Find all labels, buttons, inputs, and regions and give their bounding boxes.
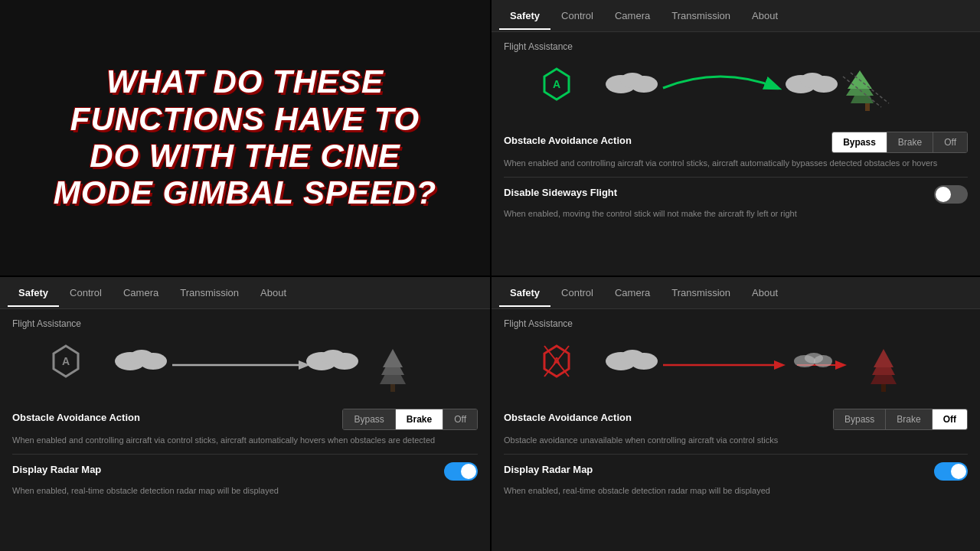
sideways-desc-tr: When enabled, moving the control stick w… [504,208,968,220]
btn-group-br: Bypass Brake Off [833,409,968,430]
btn-group-tr: Bypass Brake Off [831,132,968,153]
tab-transmission-br[interactable]: Transmission [661,279,741,306]
svg-rect-11 [865,103,870,111]
section-label-br: Flight Assistance [504,318,968,329]
radar-row-br: Display Radar Map [504,462,968,481]
divider-tr [504,177,968,178]
radar-toggle-br[interactable] [934,462,968,481]
btn-off-tr[interactable]: Off [933,132,967,152]
tab-bar-bl: Safety Control Camera Transmission About [0,277,490,309]
svg-text:A: A [62,355,70,367]
diagram-svg-tr: A [514,61,958,119]
bottom-left-panel: Safety Control Camera Transmission About… [0,276,490,551]
tab-about-br[interactable]: About [741,279,789,306]
oaa-title-bl: Obstacle Avoidance Action [12,412,140,423]
section-label-tr: Flight Assistance [504,41,968,52]
tab-about-bl[interactable]: About [250,279,297,306]
svg-point-7 [810,76,838,93]
tab-bar-tr: Safety Control Camera Transmission About [492,0,980,32]
title-quadrant: What do these functions have to do with … [0,0,490,276]
oaa-desc-bl: When enabled and controlling aircraft vi… [12,435,478,446]
tab-control-bl[interactable]: Control [59,279,113,306]
top-right-panel: Safety Control Camera Transmission About… [490,0,980,276]
btn-group-bl: Bypass Brake Off [342,409,478,430]
diagram-svg-br: A [514,338,958,396]
oaa-row-bl: Obstacle Avoidance Action Bypass Brake O… [12,409,478,430]
btn-bypass-bl[interactable]: Bypass [343,409,395,429]
flight-diagram-br: A [504,337,968,398]
btn-brake-br[interactable]: Brake [886,409,932,429]
divider-bl [12,454,478,455]
panel-content-tr: Flight Assistance A [492,32,980,276]
radar-title-bl: Display Radar Map [12,464,101,475]
svg-point-18 [139,353,167,370]
btn-brake-bl[interactable]: Brake [396,409,443,429]
btn-bypass-br[interactable]: Bypass [834,409,886,429]
radar-desc-bl: When enabled, real-time obstacle detecti… [12,485,478,497]
svg-point-34 [630,353,658,370]
oaa-row-tr: Obstacle Avoidance Action Bypass Brake O… [504,132,968,153]
tab-bar-br: Safety Control Camera Transmission About [492,277,980,309]
svg-point-23 [331,353,358,370]
svg-point-45 [814,355,832,367]
tab-camera-tr[interactable]: Camera [604,2,661,29]
tab-transmission-tr[interactable]: Transmission [661,2,741,29]
tab-control-tr[interactable]: Control [550,2,604,29]
btn-off-br[interactable]: Off [933,409,967,429]
tab-safety-tr[interactable]: Safety [499,2,550,29]
btn-off-bl[interactable]: Off [443,409,477,429]
svg-marker-36 [774,360,786,370]
svg-text:A: A [553,355,560,367]
oaa-title-tr: Obstacle Avoidance Action [504,135,632,146]
tab-camera-bl[interactable]: Camera [113,279,169,306]
main-title: What do these functions have to do with … [54,64,436,211]
radar-title-br: Display Radar Map [504,464,593,475]
radar-row-bl: Display Radar Map [12,462,478,481]
tab-camera-br[interactable]: Camera [604,279,661,306]
svg-marker-38 [835,360,847,370]
svg-text:A: A [553,78,560,90]
radar-toggle-bl[interactable] [444,462,478,481]
oaa-desc-br: Obstacle avoidance unavailable when cont… [504,435,968,446]
btn-brake-tr[interactable]: Brake [887,132,933,152]
tab-safety-bl[interactable]: Safety [8,279,59,306]
sideways-toggle-tr[interactable] [934,185,968,204]
oaa-desc-tr: When enabled and controlling aircraft vi… [504,158,968,169]
svg-marker-41 [874,349,893,367]
flight-diagram-tr: A [504,60,968,121]
section-label-bl: Flight Assistance [12,318,478,329]
svg-rect-42 [881,384,886,392]
oaa-title-br: Obstacle Avoidance Action [504,412,632,423]
divider-br [504,454,968,455]
diagram-svg-bl: A [23,338,467,396]
svg-rect-27 [390,384,395,392]
tab-transmission-bl[interactable]: Transmission [169,279,250,306]
tab-control-br[interactable]: Control [550,279,604,306]
tab-safety-br[interactable]: Safety [499,279,550,306]
tab-about-tr[interactable]: About [741,2,789,29]
oaa-row-br: Obstacle Avoidance Action Bypass Brake O… [504,409,968,430]
panel-content-bl: Flight Assistance A [0,309,490,551]
panel-content-br: Flight Assistance A [492,309,980,551]
sideways-title-tr: Disable Sideways Flight [504,187,617,198]
sideways-row-tr: Disable Sideways Flight [504,185,968,204]
flight-diagram-bl: A [12,337,478,398]
radar-desc-br: When enabled, real-time obstacle detecti… [504,485,968,497]
svg-marker-26 [383,349,403,367]
bottom-right-panel: Safety Control Camera Transmission About… [490,276,980,551]
svg-point-4 [630,76,658,93]
btn-bypass-tr[interactable]: Bypass [832,132,887,152]
